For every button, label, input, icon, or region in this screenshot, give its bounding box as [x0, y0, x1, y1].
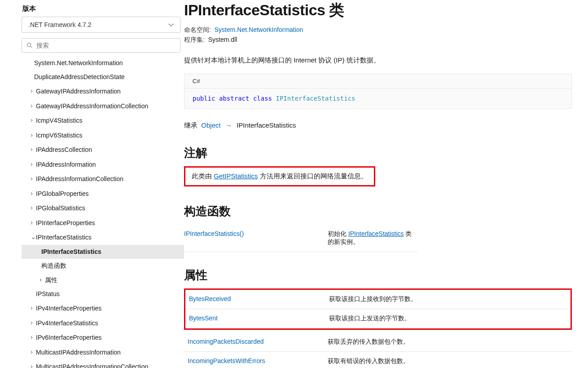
note-highlight-box: 此类由 GetIPStatistics 方法用来返回接口的网络流量信息。: [184, 166, 375, 186]
sidebar-item[interactable]: IcmpV6Statistics: [22, 128, 184, 143]
svg-point-0: [27, 43, 31, 47]
property-link[interactable]: IncomingPacketsDiscarded: [188, 338, 264, 345]
sidebar-item[interactable]: MulticastIPAddressInformation: [22, 345, 184, 360]
sidebar-item[interactable]: DuplicateAddressDetectionState: [22, 70, 184, 84]
sidebar-item[interactable]: IPv4InterfaceProperties: [22, 301, 184, 316]
namespace-label: 命名空间:: [184, 26, 211, 33]
search-icon: [26, 42, 33, 49]
namespace-link[interactable]: System.Net.NetworkInformation: [215, 26, 303, 33]
code-lang-tab[interactable]: C#: [184, 74, 571, 89]
table-row: IncomingPacketsWithErrors获取有错误的传入数据包数。: [184, 352, 572, 368]
table-row: BytesReceived获取该接口上接收到的字节数。: [185, 290, 570, 309]
sidebar-item[interactable]: MulticastIPAddressInformationCollection: [22, 359, 184, 368]
property-desc: 获取有错误的传入数据包数。: [328, 352, 572, 368]
inheritance: 继承 Object → IPInterfaceStatistics: [184, 121, 572, 130]
properties-highlight-box: BytesReceived获取该接口上接收到的字节数。BytesSent获取该接…: [184, 288, 572, 330]
property-link[interactable]: BytesSent: [189, 315, 218, 322]
sidebar-item[interactable]: IcmpV4Statistics: [22, 113, 184, 128]
notes-heading: 注解: [184, 145, 572, 161]
sidebar-item[interactable]: System.Net.NetworkInformation: [22, 56, 184, 70]
inherit-self: IPInterfaceStatistics: [237, 121, 296, 129]
main-content: IPInterfaceStatistics 类 命名空间: System.Net…: [184, 0, 588, 368]
version-select[interactable]: .NET Framework 4.7.2: [22, 17, 180, 33]
properties-table-boxed: BytesReceived获取该接口上接收到的字节数。BytesSent获取该接…: [185, 290, 570, 328]
properties-heading: 属性: [184, 267, 572, 283]
class-description: 提供针对本地计算机上的网络接口的 Internet 协议 (IP) 统计数据。: [184, 55, 572, 66]
sidebar-item[interactable]: IPInterfaceStatistics: [22, 245, 184, 259]
sidebar-item[interactable]: 属性: [22, 273, 184, 288]
ctor-desc: 初始化 IPInterfaceStatistics 类的新实例。: [328, 225, 417, 252]
property-desc: 获取该接口上发送的字节数。: [329, 309, 570, 328]
svg-line-1: [31, 46, 32, 48]
arrow-icon: →: [225, 121, 232, 129]
search-box[interactable]: [22, 38, 180, 53]
sidebar-item[interactable]: IPAddressInformation: [22, 157, 184, 172]
version-value: .NET Framework 4.7.2: [28, 21, 92, 28]
inherit-object-link[interactable]: Object: [201, 121, 220, 129]
properties-table: IncomingPacketsDiscarded获取丢弃的传入数据包个数。Inc…: [184, 333, 572, 368]
ctor-link[interactable]: IPInterfaceStatistics(): [184, 230, 244, 237]
inherit-label: 继承: [184, 121, 197, 129]
ctor-desc-link[interactable]: IPInterfaceStatistics: [348, 230, 404, 237]
constructors-heading: 构造函数: [184, 204, 572, 219]
sidebar-item[interactable]: 构造函数: [22, 259, 184, 273]
sidebar: 版本 .NET Framework 4.7.2 System.Net.Netwo…: [0, 0, 184, 368]
sidebar-item[interactable]: IPStatus: [22, 287, 184, 301]
note-link[interactable]: GetIPStatistics: [214, 172, 258, 180]
property-desc: 获取丢弃的传入数据包个数。: [328, 333, 572, 352]
property-desc: 获取该接口上接收到的字节数。: [329, 290, 570, 309]
sidebar-item[interactable]: IPAddressCollection: [22, 142, 184, 157]
sidebar-item[interactable]: IPAddressInformationCollection: [22, 172, 184, 186]
sidebar-item[interactable]: IPv4InterfaceStatistics: [22, 316, 184, 331]
sidebar-item[interactable]: IPv6InterfaceProperties: [22, 330, 184, 345]
version-label: 版本: [22, 4, 184, 13]
table-row: IPInterfaceStatistics() 初始化 IPInterfaceS…: [184, 225, 417, 252]
sidebar-item[interactable]: IPInterfaceStatistics: [22, 230, 184, 245]
search-input[interactable]: [36, 42, 176, 49]
sidebar-item[interactable]: GatewayIPAddressInformation: [22, 84, 184, 99]
page-title: IPInterfaceStatistics 类: [184, 0, 572, 21]
table-row: BytesSent获取该接口上发送的字节数。: [185, 309, 570, 328]
code-block: C# public abstract class IPInterfaceStat…: [184, 74, 572, 109]
code-body: public abstract class IPInterfaceStatist…: [184, 89, 571, 108]
constructors-table: IPInterfaceStatistics() 初始化 IPInterfaceS…: [184, 225, 417, 252]
assembly-row: 程序集: System.dll: [184, 36, 572, 44]
nav-tree[interactable]: System.Net.NetworkInformationDuplicateAd…: [22, 56, 184, 368]
sidebar-item[interactable]: IPGlobalProperties: [22, 186, 184, 201]
property-link[interactable]: BytesReceived: [189, 295, 231, 302]
namespace-row: 命名空间: System.Net.NetworkInformation: [184, 26, 572, 34]
sidebar-item[interactable]: GatewayIPAddressInformationCollection: [22, 99, 184, 114]
sidebar-item[interactable]: IPGlobalStatistics: [22, 201, 184, 216]
property-link[interactable]: IncomingPacketsWithErrors: [188, 357, 265, 364]
sidebar-item[interactable]: IPInterfaceProperties: [22, 216, 184, 231]
assembly-value: System.dll: [208, 36, 237, 43]
table-row: IncomingPacketsDiscarded获取丢弃的传入数据包个数。: [184, 333, 572, 352]
chevron-down-icon: [168, 22, 174, 27]
assembly-label: 程序集:: [184, 36, 205, 43]
